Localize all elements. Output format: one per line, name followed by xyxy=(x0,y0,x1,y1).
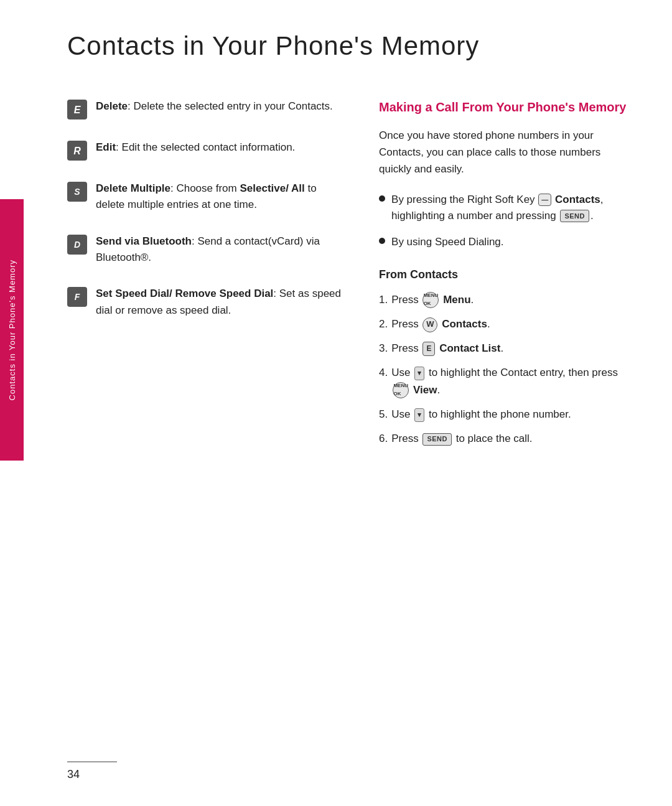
menu-item-edit: R Edit: Edit the selected contact inform… xyxy=(67,139,342,161)
bluetooth-icon: D xyxy=(67,235,87,255)
contact-list-icon: E xyxy=(422,342,435,356)
menu-item-bluetooth: D Send via Bluetooth: Send a contact(vCa… xyxy=(67,233,342,266)
speed-dial-text: Set Speed Dial/ Remove Speed Dial: Set a… xyxy=(96,286,342,319)
svg-text:D: D xyxy=(74,240,80,250)
step-5: 5. Use ▾ to highlight the phone number. xyxy=(379,406,628,423)
step-1-text: Press MENUOK Menu. xyxy=(391,291,474,309)
bottom-divider xyxy=(67,761,117,762)
step-6-text: Press SEND to place the call. xyxy=(391,430,532,447)
step-2: 2. Press W Contacts. xyxy=(379,316,628,332)
page-content: Contacts in Your Phone's Memory E Delete… xyxy=(24,0,672,806)
bullet-list: By pressing the Right Soft Key — Contact… xyxy=(379,192,628,251)
contacts-softkey-icon: — xyxy=(538,194,551,206)
step-5-text: Use ▾ to highlight the phone number. xyxy=(391,406,571,423)
step-6-num: 6. xyxy=(379,430,388,447)
sidebar-tab-label: Contacts in Your Phone's Memory xyxy=(7,260,17,400)
bullet-item-2: By using Speed Dialing. xyxy=(379,234,628,250)
step-5-num: 5. xyxy=(379,406,388,423)
step-6: 6. Press SEND to place the call. xyxy=(379,430,628,447)
delete-icon: E xyxy=(67,100,87,119)
menu-item-delete: E Delete: Delete the selected entry in y… xyxy=(67,98,342,119)
section-heading: Making a Call From Your Phone's Memory xyxy=(379,98,628,116)
from-contacts-heading: From Contacts xyxy=(379,268,628,281)
edit-icon: R xyxy=(67,141,87,161)
numbered-steps: 1. Press MENUOK Menu. 2. Press W Contact… xyxy=(379,291,628,448)
menu-item-speed-dial: F Set Speed Dial/ Remove Speed Dial: Set… xyxy=(67,286,342,319)
svg-text:S: S xyxy=(74,187,80,197)
delete-text: Delete: Delete the selected entry in you… xyxy=(96,98,333,115)
step-4-num: 4. xyxy=(379,364,388,381)
edit-text: Edit: Edit the selected contact informat… xyxy=(96,139,295,156)
bullet-text-2: By using Speed Dialing. xyxy=(391,234,504,250)
bullet-dot-1 xyxy=(379,195,385,202)
bluetooth-text: Send via Bluetooth: Send a contact(vCard… xyxy=(96,233,342,266)
left-column: E Delete: Delete the selected entry in y… xyxy=(67,98,342,455)
bullet-dot-2 xyxy=(379,238,385,244)
speed-dial-icon: F xyxy=(67,287,87,307)
step-2-text: Press W Contacts. xyxy=(391,316,490,332)
send-icon-step6: SEND xyxy=(422,433,452,446)
bullet-text-1: By pressing the Right Soft Key — Contact… xyxy=(391,192,628,225)
sidebar-tab: Contacts in Your Phone's Memory xyxy=(0,199,24,461)
menu-ok-icon-1: MENUOK xyxy=(422,292,439,308)
menu-item-delete-multiple: S Delete Multiple: Choose from Selective… xyxy=(67,180,342,213)
nav-down-icon: ▾ xyxy=(414,367,424,380)
right-column: Making a Call From Your Phone's Memory O… xyxy=(379,98,628,455)
menu-ok-icon-2: MENUOK xyxy=(393,382,409,398)
step-3-num: 3. xyxy=(379,340,388,357)
svg-text:E: E xyxy=(74,105,82,115)
send-button-icon: SEND xyxy=(560,210,589,222)
page-title: Contacts in Your Phone's Memory xyxy=(67,31,628,67)
page-number: 34 xyxy=(67,768,80,781)
step-3: 3. Press E Contact List. xyxy=(379,340,628,357)
step-1: 1. Press MENUOK Menu. xyxy=(379,291,628,309)
section-intro: Once you have stored phone numbers in yo… xyxy=(379,127,628,178)
bullet-item-1: By pressing the Right Soft Key — Contact… xyxy=(379,192,628,225)
nav-down-icon-2: ▾ xyxy=(414,408,424,422)
svg-text:R: R xyxy=(73,146,81,156)
content-columns: E Delete: Delete the selected entry in y… xyxy=(67,98,628,455)
step-1-num: 1. xyxy=(379,291,388,308)
delete-multiple-text: Delete Multiple: Choose from Selective/ … xyxy=(96,180,342,213)
step-4-text: Use ▾ to highlight the Contact entry, th… xyxy=(391,364,628,398)
svg-text:F: F xyxy=(75,292,80,302)
step-3-text: Press E Contact List. xyxy=(391,340,503,357)
delete-multiple-icon: S xyxy=(67,182,87,202)
step-4: 4. Use ▾ to highlight the Contact entry,… xyxy=(379,364,628,398)
contacts-w-icon: W xyxy=(422,317,437,332)
step-2-num: 2. xyxy=(379,316,388,332)
